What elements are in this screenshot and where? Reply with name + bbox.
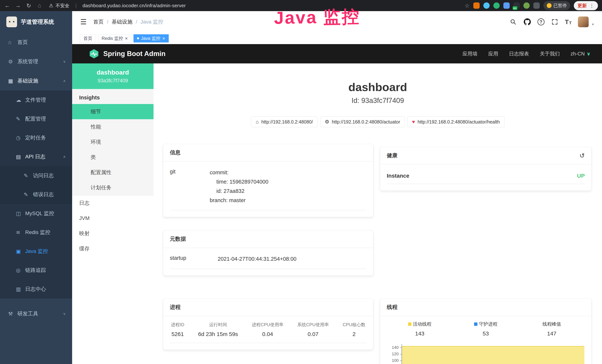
sidebar-item-api-logs[interactable]: ▤ API 日志 ∧ <box>0 147 72 166</box>
actuator-url-link[interactable]: ⚙ http://192.168.0.2:48080/actuator <box>320 117 405 127</box>
log-icon: ▤ <box>16 154 25 160</box>
process-metrics-row: 进程ID 5261 运行时间 6d 23h 15m 59s 进程CPU使用率 0… <box>170 319 366 343</box>
sidebar-item-home[interactable]: ⌂ 首页 <box>0 33 72 52</box>
page-title: dashboard <box>153 80 602 94</box>
sba-menu-jvm[interactable]: JVM <box>72 211 153 226</box>
font-size-icon[interactable]: T T <box>565 19 572 25</box>
gear-icon: ⚙ <box>8 59 17 65</box>
sidebar-item-config-management[interactable]: ✎ 配置管理 <box>0 109 72 128</box>
threads-chart-y-axis: 140 120 100 <box>387 344 402 364</box>
app-logo-row[interactable]: 芋道管理系统 <box>0 11 72 33</box>
link-url: http://192.168.0.2:48080/actuator/health <box>418 119 500 125</box>
extension-icon[interactable]: on <box>513 2 520 9</box>
health-url-link[interactable]: ♥ http://192.168.0.2:48080/actuator/heal… <box>407 117 504 127</box>
close-icon[interactable]: × <box>125 36 128 41</box>
instance-id-subtitle: Id: 93a3fc7f7409 <box>153 96 602 105</box>
search-icon[interactable] <box>509 18 517 26</box>
sba-nav-about[interactable]: 关于我们 <box>540 50 560 57</box>
info-key: git <box>170 168 210 205</box>
avatar-caret-icon[interactable]: ▾ <box>592 22 594 27</box>
screen: ← → ↻ ⌂ ⚠ 不安全 | dashboard.yudao.iocoder.… <box>0 0 602 364</box>
bookmark-star-icon[interactable]: ☆ <box>465 2 470 9</box>
sba-menu-mappings[interactable]: 映射 <box>72 226 153 241</box>
sba-menu-config-props[interactable]: 配置属性 <box>72 165 153 180</box>
locale-label: zh-CN <box>570 51 585 57</box>
sidebar-item-system-management[interactable]: ⚙ 系统管理 ∨ <box>0 52 72 71</box>
browser-forward-icon[interactable]: → <box>15 2 21 9</box>
info-card: 信息 git commit: time: 1596289704000 id: 2… <box>163 144 373 217</box>
sidebar-item-error-logs[interactable]: ✎ 错误日志 <box>0 185 72 204</box>
hamburger-icon[interactable]: ☰ <box>80 18 86 26</box>
sba-nav-wallboard[interactable]: 应用墙 <box>462 50 477 57</box>
breadcrumb-item[interactable]: 基础设施 <box>112 18 132 25</box>
sba-menu-logs[interactable]: 日志 <box>72 195 153 211</box>
process-card: 进程 进程ID 5261 运行时间 6d 23h 15m 59s 进程CPU使用… <box>163 299 373 350</box>
sidebar-item-label: 文件管理 <box>25 96 46 104</box>
browser-update-button[interactable]: 更新 ⋮ <box>574 1 598 10</box>
sidebar-item-redis-monitor[interactable]: ≋ Redis 监控 <box>0 223 72 242</box>
redis-icon: ≋ <box>16 229 25 236</box>
fullscreen-icon[interactable] <box>551 18 559 26</box>
tab-label: 首页 <box>83 35 92 41</box>
history-icon[interactable]: ↺ <box>580 152 585 159</box>
sba-brand-title[interactable]: Spring Boot Admin <box>103 50 166 58</box>
sidebar-item-file-management[interactable]: ☁ 文件管理 <box>0 90 72 109</box>
service-url-link[interactable]: ⌂ http://192.168.0.2:48080/ <box>251 117 317 127</box>
tab-home[interactable]: 首页 <box>80 34 96 43</box>
trace-icon: ◎ <box>16 267 25 273</box>
chevron-up-icon: ∧ <box>63 79 66 83</box>
sidebar-item-log-center[interactable]: ▥ 日志中心 <box>0 280 72 299</box>
extension-icon[interactable] <box>483 2 490 9</box>
browser-home-icon[interactable]: ⌂ <box>36 2 43 9</box>
sidebar-item-trace[interactable]: ◎ 链路追踪 <box>0 261 72 280</box>
browser-back-icon[interactable]: ← <box>4 2 10 9</box>
insights-section: Insights 细节 性能 环境 类 配置属性 计划任务 <box>72 89 153 195</box>
extension-icon[interactable] <box>523 2 530 9</box>
github-icon[interactable] <box>523 18 531 26</box>
breadcrumb-item[interactable]: 首页 <box>93 18 104 25</box>
sba-menu-environment[interactable]: 环境 <box>72 134 153 150</box>
sidebar-item-access-logs[interactable]: ✎ 访问日志 <box>0 166 72 185</box>
sidebar-item-dev-tools[interactable]: ⚒ 研发工具 ∨ <box>0 304 72 323</box>
close-icon[interactable]: × <box>162 36 165 41</box>
extension-icon[interactable] <box>533 2 540 9</box>
extension-icon[interactable] <box>493 2 500 9</box>
sidebar-item-mysql-monitor[interactable]: ◫ MySQL 监控 <box>0 204 72 223</box>
locale-selector[interactable]: zh-CN ∨ <box>570 51 591 57</box>
sidebar-item-java-monitor[interactable]: ▣ Java 监控 <box>0 242 72 261</box>
wrench-icon: ⚙ <box>325 119 329 125</box>
metadata-value: 2021-04-27T00:44:31.254+08:00 <box>218 254 366 264</box>
address-bar-url[interactable]: dashboard.yudao.iocoder.cn/infra/admin-s… <box>83 3 186 9</box>
extension-icon[interactable] <box>473 2 480 9</box>
help-icon[interactable]: ? <box>538 18 545 25</box>
tab-redis-monitor[interactable]: Redis 监控 × <box>98 34 131 43</box>
tab-label: Redis 监控 <box>102 35 123 41</box>
breadcrumb-separator: / <box>136 19 137 25</box>
sba-nav-applications[interactable]: 应用 <box>488 50 498 57</box>
site-security-chip[interactable]: ⚠ 不安全 <box>49 3 69 9</box>
access-log-icon: ✎ <box>24 173 33 179</box>
sidebar-item-label: 定时任务 <box>25 134 46 141</box>
sba-nav-journal[interactable]: 日志报表 <box>509 50 529 57</box>
browser-reload-icon[interactable]: ↻ <box>26 2 32 9</box>
sba-menu-metrics[interactable]: 性能 <box>72 119 153 134</box>
sba-menu-classes[interactable]: 类 <box>72 150 153 165</box>
sba-menu-details[interactable]: 细节 <box>72 104 153 119</box>
avatar[interactable] <box>578 17 589 27</box>
metric-uptime: 运行时间 6d 23h 15m 59s <box>198 322 238 337</box>
health-instance-row[interactable]: Instance UP <box>387 167 585 184</box>
legend-peak-threads: 线程峰值 147 <box>519 321 585 337</box>
sidebar-item-scheduled-jobs[interactable]: ◷ 定时任务 <box>0 128 72 147</box>
instance-header[interactable]: dashboard 93a3fc7f7409 <box>72 64 153 89</box>
sba-menu-scheduled-tasks[interactable]: 计划任务 <box>72 180 153 195</box>
chevron-down-icon: ∨ <box>63 312 66 316</box>
sba-menu-caches[interactable]: 缓存 <box>72 241 153 256</box>
sidebar-item-infrastructure[interactable]: ▦ 基础设施 ∧ <box>0 71 72 90</box>
profile-paused-badge[interactable]: 已暂停 <box>543 1 570 10</box>
sidebar-item-label: MySQL 监控 <box>25 210 54 217</box>
tab-java-monitor[interactable]: Java 监控 × <box>133 34 169 43</box>
error-log-icon: ✎ <box>24 192 33 198</box>
extension-icon[interactable] <box>503 2 510 9</box>
card-title: 信息 <box>170 149 181 156</box>
legend-swatch-blue <box>474 322 477 326</box>
